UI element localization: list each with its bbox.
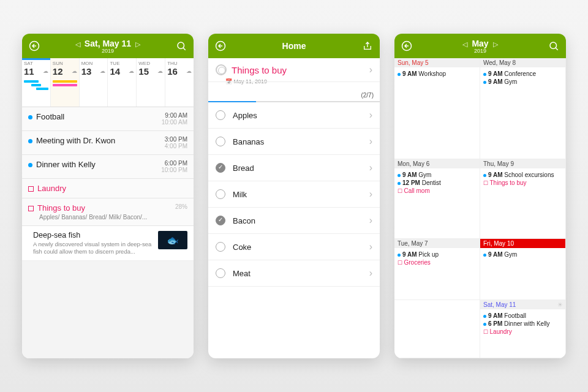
back-icon[interactable] [213,39,228,53]
back-icon[interactable] [27,39,42,53]
month-cell[interactable]: Fri, May 109 AM Gym [480,239,566,300]
checklist-item[interactable]: Bananas› [208,129,380,155]
chevron-right-icon: › [369,215,372,226]
month-cell[interactable]: Mon, May 69 AM Gym12 PM DentistCall mom [394,159,480,239]
day-column[interactable]: SAT11☁ [22,58,51,107]
checklist-item[interactable]: Coke› [208,234,380,260]
checklist-item[interactable]: Bread› [208,155,380,181]
day-column[interactable]: MON13☁ [80,58,108,107]
event-row[interactable]: Football9:00 AM10:00 AM [22,107,194,131]
event-row[interactable]: Meeting with Dr. Kwon3:00 PM4:00 PM [22,131,194,155]
month-cell[interactable]: Sat, May 11☀9 AM Football6 PM Dinner wit… [480,300,566,358]
month-cell[interactable]: Wed, May 89 AM Conference9 AM Gym [480,58,566,159]
next-day-icon[interactable]: ▷ [133,40,143,48]
share-icon[interactable] [360,39,375,53]
month-cell[interactable] [394,300,480,358]
checkbox[interactable] [216,110,225,120]
chevron-right-icon: › [369,64,372,75]
search-icon[interactable] [546,39,561,53]
search-icon[interactable] [174,39,189,53]
checkbox[interactable] [216,137,225,146]
svg-point-1 [178,42,184,49]
task-row[interactable]: Things to buy28%Apples/ Bananas/ Bread/ … [22,198,194,226]
header-year: 2019 [394,48,566,54]
checkbox[interactable] [216,216,225,225]
day-strip: SAT11☁SUN12☁MON13☁TUE14☁WED15☁THU16☁ [22,58,194,107]
list-header[interactable]: Things to buy › [208,58,380,82]
month-grid: Sun, May 59 AM WorkshopWed, May 89 AM Co… [394,58,566,358]
checklist-item[interactable]: Milk› [208,181,380,208]
month-cell[interactable]: Thu, May 99 AM School excursionsThings t… [480,159,566,239]
event-list: Football9:00 AM10:00 AMMeeting with Dr. … [22,107,194,358]
chevron-right-icon: › [369,162,372,173]
checkbox[interactable] [216,242,225,252]
chevron-right-icon: › [369,136,372,147]
day-column[interactable]: TUE14☁ [108,58,137,107]
day-column[interactable]: WED15☁ [137,58,165,107]
checkbox[interactable] [216,189,225,199]
checklist-item[interactable]: Meat› [208,260,380,287]
next-month-icon[interactable]: ▷ [491,40,500,48]
checkbox[interactable] [216,163,225,173]
header-title[interactable]: May [472,39,488,48]
prev-day-icon[interactable]: ◁ [73,40,83,48]
checklist-item[interactable]: Apples› [208,102,380,129]
header-year: 2019 [22,48,194,54]
header-title[interactable]: Home [282,41,306,51]
event-row[interactable]: Dinner with Kelly6:00 PM10:00 PM [22,155,194,179]
checkbox[interactable] [216,268,225,278]
back-icon[interactable] [399,39,414,53]
day-column[interactable]: SUN12☁ [51,58,80,107]
progress-label: (2/7) [208,89,380,101]
month-cell[interactable]: Tue, May 79 AM Pick upGroceries [394,239,480,300]
month-view-screen: ◁ May ▷ 2019 Sun, May 59 AM WorkshopWed,… [394,34,566,358]
month-cell[interactable]: Sun, May 59 AM Workshop [394,58,480,159]
header: ◁ May ▷ 2019 [394,34,566,58]
day-column[interactable]: THU16☁ [165,58,194,107]
header: Home [208,34,380,58]
article-card[interactable]: Deep-sea fishA newly discovered visual s… [22,226,194,261]
checklist: Apples›Bananas›Bread›Milk›Bacon›Coke›Mea… [208,102,380,287]
chevron-right-icon: › [369,189,372,200]
svg-point-4 [550,42,557,49]
checklist-item[interactable]: Bacon› [208,208,380,234]
checklist-screen: Home Things to buy › 📅 May 11, 2019 (2/7… [208,34,380,358]
chevron-right-icon: › [369,110,372,121]
chevron-right-icon: › [369,241,372,252]
header-title[interactable]: Sat, May 11 [85,39,131,48]
progress-ring-icon [216,64,227,75]
prev-month-icon[interactable]: ◁ [460,40,470,48]
chevron-right-icon: › [369,268,372,279]
list-title: Things to buy [232,65,287,75]
day-view-screen: ◁ Sat, May 11 ▷ 2019 SAT11☁SUN12☁MON13☁T… [22,34,194,358]
task-row[interactable]: Laundry [22,179,194,198]
header: ◁ Sat, May 11 ▷ 2019 [22,34,194,58]
